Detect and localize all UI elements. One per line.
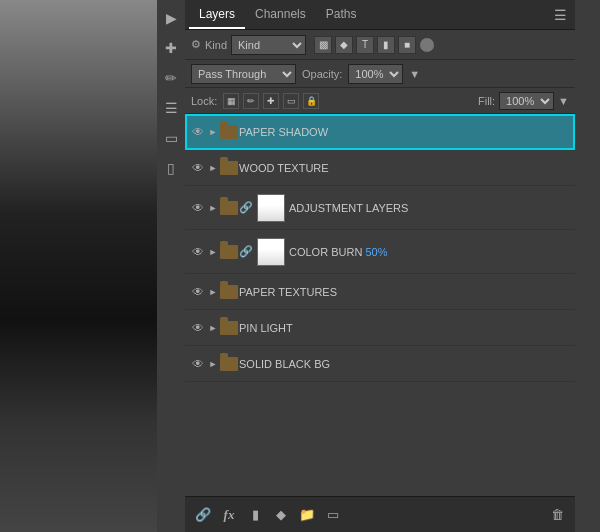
- blend-row: Pass Through Opacity: 100% ▼: [185, 60, 575, 88]
- bottom-toolbar: 🔗 fx ▮ ◆ 📁 ▭ 🗑: [185, 496, 575, 532]
- folder-icon: [219, 124, 239, 140]
- filter-icons: ▩ ◆ T ▮ ■: [314, 36, 416, 54]
- filter-row: ⚙ Kind Kind ▩ ◆ T ▮ ■: [185, 30, 575, 60]
- layer-row[interactable]: 👁 ► PIN LIGHT: [185, 310, 575, 346]
- layer-name: WOOD TEXTURE: [239, 162, 329, 174]
- visibility-toggle[interactable]: 👁: [189, 243, 207, 261]
- layer-row[interactable]: 👁 ► WOOD TEXTURE: [185, 150, 575, 186]
- folder-icon: [219, 320, 239, 336]
- tab-channels[interactable]: Channels: [245, 1, 316, 29]
- left-sidebar: ▶ ✚ ✏ ☰ ▭ ▯: [0, 0, 185, 532]
- blend-mode-select[interactable]: Pass Through: [191, 64, 296, 84]
- layer-name: PAPER TEXTURES: [239, 286, 337, 298]
- visibility-toggle[interactable]: 👁: [189, 199, 207, 217]
- filter-toggle[interactable]: [420, 38, 434, 52]
- layer-row[interactable]: 👁 ► 🔗 ADJUSTMENT LAYERS: [185, 186, 575, 230]
- layer-name-highlight: 50%: [365, 246, 387, 258]
- delete-layer-icon[interactable]: 🗑: [547, 505, 567, 525]
- expand-arrow[interactable]: ►: [207, 322, 219, 334]
- opacity-label: Opacity:: [302, 68, 342, 80]
- kind-select[interactable]: Kind: [231, 35, 306, 55]
- adjust-icon[interactable]: ▯: [161, 158, 181, 178]
- select-tool-icon[interactable]: ✚: [161, 38, 181, 58]
- lock-label: Lock:: [191, 95, 217, 107]
- new-layer-icon[interactable]: ▭: [323, 505, 343, 525]
- folder-icon: [219, 200, 239, 216]
- lock-row: Lock: ▦ ✏ ✚ ▭ 🔒 Fill: 100% ▼: [185, 88, 575, 114]
- tab-bar: Layers Channels Paths ☰: [185, 0, 575, 30]
- panel-menu-icon[interactable]: ☰: [554, 7, 567, 23]
- move-tool-icon[interactable]: ▶: [161, 8, 181, 28]
- layer-name: ADJUSTMENT LAYERS: [289, 202, 408, 214]
- add-mask-icon[interactable]: ▮: [245, 505, 265, 525]
- layers-list: 👁 ► PAPER SHADOW 👁 ► WOOD TEXTURE 👁 ► 🔗: [185, 114, 575, 496]
- brush-tool-icon[interactable]: ✏: [161, 68, 181, 88]
- expand-arrow[interactable]: ►: [207, 126, 219, 138]
- group-icon[interactable]: 📁: [297, 505, 317, 525]
- expand-arrow[interactable]: ►: [207, 202, 219, 214]
- tab-paths[interactable]: Paths: [316, 1, 367, 29]
- lock-all-icon[interactable]: 🔒: [303, 93, 319, 109]
- layer-thumbnail: [257, 194, 285, 222]
- filter-type-icon[interactable]: T: [356, 36, 374, 54]
- layer-name: PIN LIGHT: [239, 322, 293, 334]
- folder-icon: [219, 284, 239, 300]
- visibility-toggle[interactable]: 👁: [189, 319, 207, 337]
- layer-icon[interactable]: ▭: [161, 128, 181, 148]
- lock-move-icon[interactable]: ✚: [263, 93, 279, 109]
- visibility-toggle[interactable]: 👁: [189, 283, 207, 301]
- layer-row[interactable]: 👁 ► 🔗 COLOR BURN 50%: [185, 230, 575, 274]
- layer-name: PAPER SHADOW: [239, 126, 328, 138]
- kind-label: Kind: [205, 39, 227, 51]
- expand-arrow[interactable]: ►: [207, 162, 219, 174]
- fill-label: Fill:: [478, 95, 495, 107]
- fill-select[interactable]: 100%: [499, 92, 554, 110]
- lock-brush-icon[interactable]: ✏: [243, 93, 259, 109]
- expand-arrow[interactable]: ►: [207, 246, 219, 258]
- lock-checkerboard-icon[interactable]: ▦: [223, 93, 239, 109]
- expand-arrow[interactable]: ►: [207, 358, 219, 370]
- folder-icon: [219, 356, 239, 372]
- adjustment-icon[interactable]: ◆: [271, 505, 291, 525]
- filter-pixel-icon[interactable]: ▩: [314, 36, 332, 54]
- link-layers-icon[interactable]: 🔗: [193, 505, 213, 525]
- layer-row[interactable]: 👁 ► SOLID BLACK BG: [185, 346, 575, 382]
- toolbar-strip: ▶ ✚ ✏ ☰ ▭ ▯: [157, 0, 185, 532]
- expand-arrow[interactable]: ►: [207, 286, 219, 298]
- opacity-select[interactable]: 100%: [348, 64, 403, 84]
- layer-name: SOLID BLACK BG: [239, 358, 330, 370]
- layer-name: COLOR BURN 50%: [289, 246, 387, 258]
- filter-icon: ⚙: [191, 38, 201, 51]
- filter-adjust-icon[interactable]: ◆: [335, 36, 353, 54]
- tab-layers[interactable]: Layers: [189, 1, 245, 29]
- visibility-toggle[interactable]: 👁: [189, 123, 207, 141]
- layer-thumbnail: [257, 238, 285, 266]
- lock-artboard-icon[interactable]: ▭: [283, 93, 299, 109]
- layer-row[interactable]: 👁 ► PAPER SHADOW: [185, 114, 575, 150]
- folder-icon: [219, 160, 239, 176]
- layer-row[interactable]: 👁 ► PAPER TEXTURES: [185, 274, 575, 310]
- text-tool-icon[interactable]: ☰: [161, 98, 181, 118]
- link-icon: 🔗: [239, 201, 253, 215]
- fx-icon[interactable]: fx: [219, 505, 239, 525]
- layers-panel: Layers Channels Paths ☰ ⚙ Kind Kind ▩ ◆ …: [185, 0, 575, 532]
- folder-icon: [219, 244, 239, 260]
- visibility-toggle[interactable]: 👁: [189, 159, 207, 177]
- filter-smart-icon[interactable]: ■: [398, 36, 416, 54]
- visibility-toggle[interactable]: 👁: [189, 355, 207, 373]
- link-icon: 🔗: [239, 245, 253, 259]
- filter-shape-icon[interactable]: ▮: [377, 36, 395, 54]
